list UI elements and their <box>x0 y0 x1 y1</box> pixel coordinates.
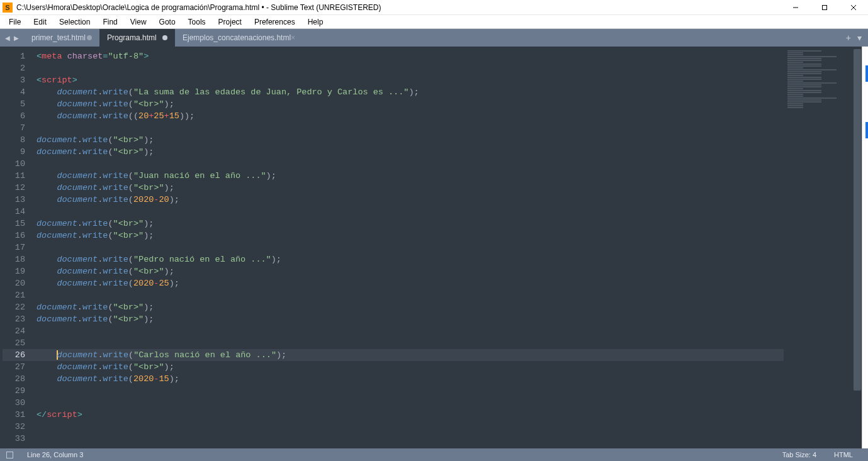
tab-ejemplos[interactable]: Ejemplos_concatenaciones.html × <box>175 29 303 47</box>
tab-menu-icon[interactable]: ▾ <box>857 33 862 43</box>
tab-label: Programa.html <box>107 33 157 42</box>
menu-selection[interactable]: Selection <box>53 16 96 28</box>
vertical-scrollbar[interactable] <box>853 47 862 448</box>
tab-nav-forward-icon[interactable]: ▶ <box>14 35 19 42</box>
editor: 1234567891011121314151617181920212223242… <box>0 47 868 448</box>
minimap[interactable] <box>784 47 853 448</box>
status-cursor-position[interactable]: Line 26, Column 3 <box>18 451 92 458</box>
close-button[interactable] <box>839 0 868 15</box>
menu-tools[interactable]: Tools <box>182 16 212 28</box>
new-tab-icon[interactable]: + <box>846 33 851 43</box>
app-icon: S <box>3 3 13 13</box>
maximize-button[interactable] <box>810 0 839 15</box>
tab-label: primer_test.html <box>31 33 86 42</box>
menu-view[interactable]: View <box>124 16 153 28</box>
status-bar: Line 26, Column 3 Tab Size: 4 HTML <box>0 448 868 461</box>
status-tab-size[interactable]: Tab Size: 4 <box>774 451 825 458</box>
tab-nav-back-icon[interactable]: ◀ <box>5 35 10 42</box>
window-title: C:\Users\Hmora\Desktop\Oracle\Logica de … <box>16 3 781 12</box>
code-area[interactable]: <meta charset="utf-8"><script> document.… <box>33 47 784 448</box>
dirty-indicator-icon <box>87 35 92 40</box>
right-edge <box>862 47 868 448</box>
menu-bar: File Edit Selection Find View Goto Tools… <box>0 15 868 29</box>
tab-bar: ◀ ▶ primer_test.html Programa.html Ejemp… <box>0 29 868 47</box>
scrollbar-thumb[interactable] <box>854 49 861 391</box>
menu-preferences[interactable]: Preferences <box>248 16 302 28</box>
tab-primer-test[interactable]: primer_test.html <box>24 29 99 47</box>
status-syntax[interactable]: HTML <box>825 451 862 458</box>
menu-edit[interactable]: Edit <box>27 16 53 28</box>
tab-close-icon[interactable]: × <box>291 33 295 42</box>
menu-file[interactable]: File <box>3 16 27 28</box>
window-controls <box>781 0 868 14</box>
dirty-indicator-icon <box>162 35 167 40</box>
menu-find[interactable]: Find <box>96 16 123 28</box>
panel-switcher-icon[interactable] <box>6 452 13 458</box>
svg-rect-1 <box>823 6 827 10</box>
menu-project[interactable]: Project <box>212 16 248 28</box>
line-gutter: 1234567891011121314151617181920212223242… <box>0 47 33 448</box>
minimize-button[interactable] <box>781 0 810 15</box>
tab-label: Ejemplos_concatenaciones.html <box>183 33 291 42</box>
menu-goto[interactable]: Goto <box>153 16 182 28</box>
menu-help[interactable]: Help <box>302 16 330 28</box>
tab-programa[interactable]: Programa.html <box>99 29 175 47</box>
window-titlebar: S C:\Users\Hmora\Desktop\Oracle\Logica d… <box>0 0 868 15</box>
